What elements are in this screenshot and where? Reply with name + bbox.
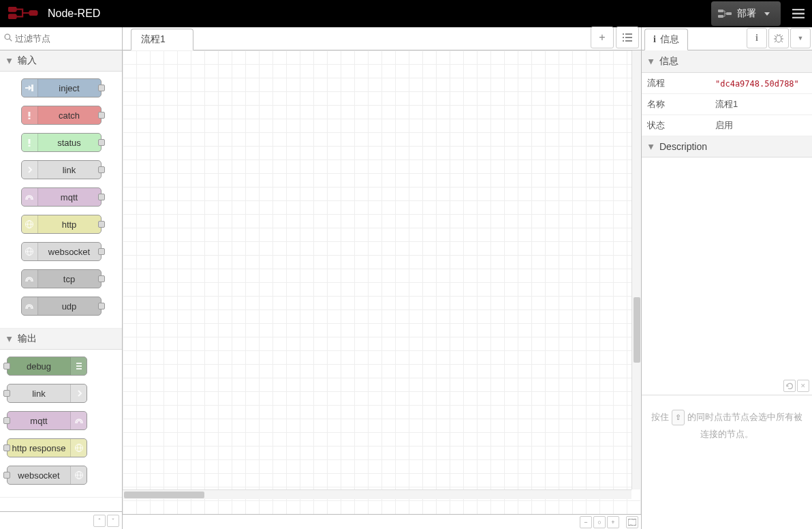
row-label: 流程 bbox=[642, 73, 710, 94]
sidebar-more-button[interactable]: ▼ bbox=[790, 28, 811, 48]
horizontal-scrollbar[interactable] bbox=[123, 489, 631, 499]
shift-key-icon: ⇧ bbox=[672, 410, 685, 425]
node-label: mqtt bbox=[38, 192, 101, 202]
node-label: inject bbox=[38, 83, 101, 93]
expand-all-button[interactable]: ˇ bbox=[107, 515, 119, 527]
node-label: udp bbox=[38, 301, 101, 312]
sidebar-info-button[interactable]: i bbox=[747, 28, 767, 48]
category-label: 输出 bbox=[18, 333, 37, 345]
palette-node-tcp[interactable]: tcp bbox=[21, 269, 102, 288]
sidebar-debug-button[interactable] bbox=[768, 28, 789, 48]
node-port bbox=[98, 275, 105, 282]
close-icon: ✕ bbox=[800, 382, 806, 389]
hamburger-menu-button[interactable] bbox=[785, 0, 812, 27]
close-tip-button[interactable]: ✕ bbox=[797, 380, 809, 392]
node-label: tcp bbox=[38, 274, 101, 284]
arrow-in-icon bbox=[22, 79, 38, 97]
chevron-up-icon: ˆ bbox=[99, 517, 101, 524]
link-icon bbox=[70, 384, 87, 402]
svg-rect-0 bbox=[9, 7, 16, 11]
chevron-down-icon: ▶ bbox=[6, 336, 14, 342]
palette-node-catch[interactable]: catch bbox=[21, 106, 102, 125]
svg-point-6 bbox=[5, 34, 10, 40]
collapse-all-button[interactable]: ˆ bbox=[93, 515, 106, 527]
add-tab-button[interactable]: + bbox=[591, 27, 614, 48]
tabs-list-button[interactable] bbox=[616, 27, 639, 48]
circle-icon: ○ bbox=[597, 519, 601, 526]
palette-node-http[interactable]: http bbox=[21, 215, 102, 234]
navigator-button[interactable] bbox=[626, 516, 638, 528]
palette-node-mqtt[interactable]: mqtt bbox=[21, 187, 102, 207]
palette-category-input[interactable]: ▶ 输入 bbox=[0, 50, 122, 72]
table-row: 名称流程1 bbox=[642, 94, 812, 115]
palette-node-link[interactable]: link bbox=[7, 384, 87, 403]
node-label: status bbox=[38, 138, 101, 148]
node-port bbox=[98, 194, 105, 200]
zoom-in-button[interactable]: + bbox=[607, 516, 619, 528]
zoom-reset-button[interactable]: ○ bbox=[593, 516, 606, 528]
sidebar-section-description[interactable]: ▶ Description bbox=[642, 136, 812, 157]
palette-search-input[interactable] bbox=[15, 33, 118, 44]
node-port bbox=[3, 417, 10, 424]
canvas-grid bbox=[123, 50, 641, 514]
palette-node-websocket[interactable]: websocket bbox=[21, 242, 102, 261]
vertical-scrollbar[interactable] bbox=[631, 50, 641, 489]
palette-node-websocket[interactable]: websocket bbox=[7, 466, 87, 485]
sidebar-panel: i 信息 i ▼ ▶ 信息 流程"dc4a9748.50d788" 名称流程1 … bbox=[642, 27, 812, 529]
flow-id: "dc4a9748.50d788" bbox=[715, 79, 799, 89]
refresh-icon bbox=[786, 382, 794, 390]
palette-node-link[interactable]: link bbox=[21, 160, 102, 179]
globe-icon bbox=[22, 243, 38, 260]
node-label: debug bbox=[7, 361, 70, 372]
globe-icon bbox=[22, 215, 38, 233]
map-icon bbox=[628, 519, 636, 526]
svg-rect-11 bbox=[29, 139, 31, 144]
deploy-button[interactable]: 部署 bbox=[711, 1, 781, 26]
palette-node-debug[interactable]: debug bbox=[7, 357, 87, 376]
palette-node-mqtt[interactable]: mqtt bbox=[7, 411, 87, 430]
plus-icon: + bbox=[611, 519, 614, 526]
node-port bbox=[98, 248, 105, 255]
svg-rect-10 bbox=[29, 118, 31, 120]
palette-scroll[interactable]: ▶ 输入 injectcatchstatuslinkmqtthttpwebsoc… bbox=[0, 50, 122, 511]
hamburger-icon bbox=[792, 9, 805, 18]
flow-tab-1[interactable]: 流程1 bbox=[131, 29, 193, 50]
section-label: Description bbox=[659, 141, 707, 152]
tip-text: 按住 bbox=[651, 412, 672, 422]
node-port bbox=[3, 363, 10, 369]
node-label: http response bbox=[7, 443, 70, 453]
node-label: mqtt bbox=[7, 416, 70, 426]
palette-node-inject[interactable]: inject bbox=[21, 78, 102, 97]
palette-node-http-response[interactable]: http response bbox=[7, 438, 87, 457]
refresh-tip-button[interactable] bbox=[783, 380, 796, 392]
palette-node-status[interactable]: status bbox=[21, 133, 102, 152]
node-port bbox=[3, 472, 10, 479]
section-label: 信息 bbox=[659, 55, 678, 67]
logo-icon bbox=[8, 7, 38, 21]
minus-icon: − bbox=[584, 519, 587, 526]
node-port bbox=[98, 166, 105, 173]
palette-node-udp[interactable]: udp bbox=[21, 297, 102, 316]
palette-category-output[interactable]: ▶ 输出 bbox=[0, 329, 122, 350]
svg-rect-4 bbox=[718, 15, 723, 18]
node-port bbox=[3, 444, 10, 451]
svg-point-25 bbox=[776, 35, 781, 42]
node-port bbox=[98, 112, 105, 119]
palette-panel: ▶ 输入 injectcatchstatuslinkmqtthttpwebsoc… bbox=[0, 27, 123, 529]
scrollbar-thumb[interactable] bbox=[634, 297, 640, 363]
node-label: http bbox=[38, 220, 101, 230]
tip-text: 的同时点击节点会选中所有被连接的节点。 bbox=[685, 412, 802, 439]
scrollbar-thumb[interactable] bbox=[124, 492, 204, 498]
chevron-down-icon: ▶ bbox=[648, 59, 655, 64]
info-table: 流程"dc4a9748.50d788" 名称流程1 状态启用 bbox=[642, 73, 812, 136]
tab-label: 信息 bbox=[660, 33, 679, 46]
alert-icon bbox=[22, 134, 38, 151]
sidebar-tab-info[interactable]: i 信息 bbox=[644, 29, 688, 50]
svg-rect-5 bbox=[726, 12, 732, 15]
node-port bbox=[98, 221, 105, 228]
node-port bbox=[98, 139, 105, 146]
canvas-area[interactable] bbox=[123, 50, 641, 514]
sidebar-section-info[interactable]: ▶ 信息 bbox=[642, 50, 812, 73]
node-label: websocket bbox=[38, 247, 101, 257]
zoom-out-button[interactable]: − bbox=[580, 516, 592, 528]
